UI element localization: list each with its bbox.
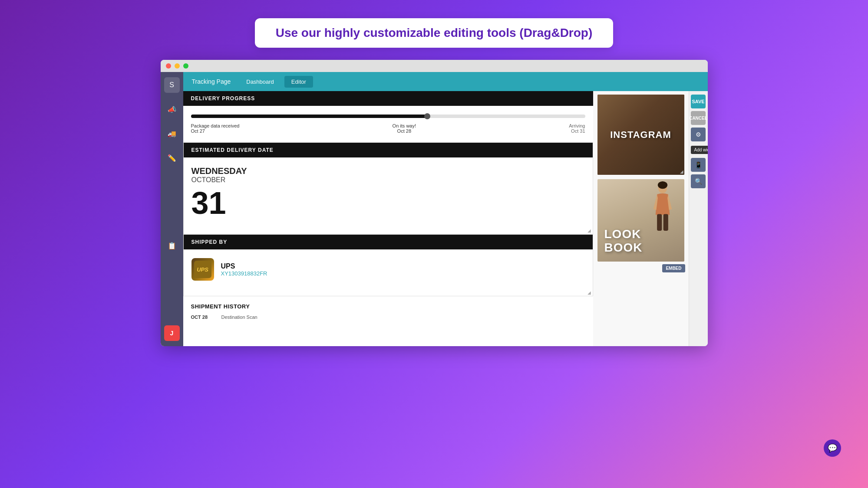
main-panel: DELIVERY PROGRESS Package data received … (183, 91, 593, 346)
history-desc: Destination Scan (221, 314, 257, 320)
carrier-name: UPS (221, 262, 267, 270)
sidebar-truck[interactable]: 🚚 (164, 126, 180, 141)
delivery-date-body: WEDNESDAY OCTOBER 31 (184, 157, 593, 227)
person-figure (647, 181, 678, 233)
progress-step-2: On its way! Oct 28 (393, 123, 416, 134)
truck-icon: 🚚 (168, 130, 176, 138)
step2-date: Oct 28 (393, 128, 416, 134)
sidebar-edit[interactable]: ✏️ (164, 150, 180, 166)
ups-inner: UPS (194, 261, 211, 278)
main-window: S 📣 🚚 ✏️ 📋 J Tracking Page (161, 60, 708, 346)
cancel-button[interactable]: CANCEL (691, 111, 706, 125)
svg-rect-3 (663, 214, 668, 231)
app-layout: S 📣 🚚 ✏️ 📋 J Tracking Page (161, 72, 708, 346)
maximize-dot[interactable] (183, 63, 188, 69)
add-widget-row: Add widget + (689, 144, 708, 155)
progress-bar-track (191, 115, 585, 118)
top-nav: Tracking Page Dashboard Editor (183, 72, 708, 91)
search-button[interactable]: 🔍 (691, 174, 706, 188)
lookbook-widget-bg: LOOKBOOK (597, 179, 684, 262)
toolbar: SAVE CANCEL ⚙ Add widget + 📱 🔍 (689, 91, 708, 346)
resize-handle-delivery[interactable]: ◢ (184, 227, 593, 234)
content-body: DELIVERY PROGRESS Package data received … (183, 91, 708, 346)
shipped-by-header: SHIPPED BY (184, 235, 593, 249)
lookbook-widget[interactable]: LOOKBOOK (597, 179, 684, 262)
svg-point-1 (657, 181, 667, 189)
window-chrome (161, 60, 708, 72)
megaphone-icon: 📣 (168, 105, 176, 114)
instagram-widget[interactable]: INSTAGRAM ◢ (597, 95, 684, 175)
sidebar: S 📣 🚚 ✏️ 📋 J (161, 72, 183, 346)
right-panel: INSTAGRAM ◢ (593, 91, 689, 346)
save-button[interactable]: SAVE (691, 95, 706, 108)
sidebar-megaphone[interactable]: 📣 (164, 102, 180, 117)
minimize-dot[interactable] (175, 63, 180, 69)
progress-dot (424, 113, 430, 119)
search-icon: 🔍 (695, 178, 702, 185)
tracking-number[interactable]: XY1303918832FR (221, 270, 267, 277)
shipped-by-section: SHIPPED BY UPS UPS XY1303918832FR (183, 234, 593, 296)
progress-step-3: Arriving Oct 31 (569, 123, 585, 134)
progress-section: Package data received Oct 27 On its way!… (183, 106, 593, 142)
ups-text: UPS (197, 266, 208, 273)
resize-handle-shipped[interactable]: ◢ (184, 289, 593, 296)
progress-bar-fill (191, 115, 428, 118)
step1-date: Oct 27 (191, 128, 240, 134)
logo-icon: S (169, 81, 174, 89)
delivery-progress-header: DELIVERY PROGRESS (183, 91, 593, 106)
gear-button[interactable]: ⚙ (691, 128, 706, 141)
history-date: OCT 28 (191, 314, 213, 320)
delivery-month: OCTOBER (191, 176, 585, 184)
lookbook-label: LOOKBOOK (604, 228, 643, 255)
step3-label: Arriving (569, 123, 585, 128)
delivery-day-name: WEDNESDAY (191, 166, 585, 176)
carrier-logo: UPS (191, 258, 214, 281)
instagram-widget-bg: INSTAGRAM (597, 95, 684, 175)
shipped-body: UPS UPS XY1303918832FR (184, 249, 593, 289)
embed-container: EMBED (593, 262, 689, 274)
estimated-delivery-header: ESTIMATED DELIVERY DATE (184, 143, 593, 157)
gear-icon: ⚙ (696, 131, 701, 138)
svg-rect-2 (657, 214, 662, 231)
tab-editor[interactable]: Editor (284, 76, 313, 88)
tab-dashboard[interactable]: Dashboard (239, 76, 281, 88)
edit-icon: ✏️ (168, 154, 176, 162)
estimated-delivery-section: ESTIMATED DELIVERY DATE WEDNESDAY OCTOBE… (183, 142, 593, 234)
content-area: Tracking Page Dashboard Editor DELIVERY … (183, 72, 708, 346)
step2-label: On its way! (393, 123, 416, 128)
progress-labels: Package data received Oct 27 On its way!… (191, 123, 585, 134)
step1-label: Package data received (191, 123, 240, 128)
mobile-view-button[interactable]: 📱 (691, 158, 706, 172)
embed-button[interactable]: EMBED (662, 264, 685, 272)
top-banner: Use our highly customizable editing tool… (255, 18, 614, 48)
tracking-page-title: Tracking Page (192, 78, 231, 85)
chat-bubble[interactable]: 💬 (824, 439, 841, 457)
chat-icon: 💬 (828, 443, 837, 453)
avatar-letter: J (170, 330, 174, 337)
user-avatar[interactable]: J (164, 325, 180, 341)
sidebar-logo[interactable]: S (164, 77, 180, 93)
history-row: OCT 28 Destination Scan (191, 313, 585, 321)
close-dot[interactable] (166, 63, 171, 69)
shipment-history-title: SHIPMENT HISTORY (191, 303, 585, 310)
banner-text: Use our highly customizable editing tool… (276, 26, 593, 39)
mobile-icon: 📱 (695, 161, 702, 168)
instagram-label: INSTAGRAM (610, 129, 671, 141)
step3-date: Oct 31 (569, 128, 585, 134)
progress-step-1: Package data received Oct 27 (191, 123, 240, 134)
carrier-info: UPS XY1303918832FR (221, 262, 267, 277)
shipment-history-section: SHIPMENT HISTORY OCT 28 Destination Scan (183, 296, 593, 324)
delivery-number: 31 (191, 187, 585, 219)
resize-handle-instagram[interactable]: ◢ (680, 169, 683, 174)
sidebar-documents[interactable]: 📋 (164, 238, 180, 253)
documents-icon: 📋 (168, 242, 176, 250)
add-widget-label: Add widget (691, 146, 708, 154)
